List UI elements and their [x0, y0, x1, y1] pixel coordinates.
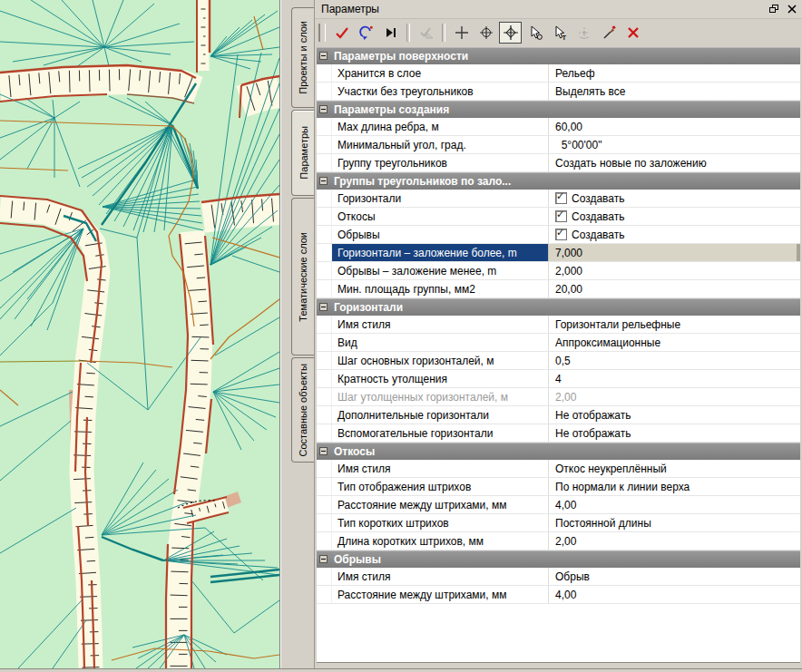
diamond-cross-icon	[503, 24, 519, 41]
section-title: Горизонтали	[334, 301, 403, 314]
tab-projects[interactable]: Проекты и слои	[291, 7, 314, 108]
param-value[interactable]: Создавать	[548, 208, 800, 225]
param-value[interactable]: 0,5	[548, 352, 800, 369]
pan-cross-button[interactable]	[450, 22, 473, 44]
collapse-icon[interactable]	[319, 177, 328, 185]
checkbox[interactable]	[555, 210, 567, 222]
param-row[interactable]: Дополнительные горизонталиНе отображать	[317, 406, 800, 424]
tab-thematic[interactable]: Тематические слои	[291, 198, 314, 355]
toolbar-grip[interactable]	[318, 24, 326, 42]
checkbox[interactable]	[555, 229, 567, 240]
param-label: Расстояние между штрихами, мм	[332, 586, 548, 603]
property-grid: Параметры поверхностиХранится в слоеРель…	[317, 47, 800, 663]
param-value[interactable]: Создавать	[548, 190, 800, 207]
float-icon[interactable]	[768, 3, 781, 15]
param-row[interactable]: Обрывы – заложение менее, m2,000	[317, 262, 800, 280]
panel-title: Параметры	[321, 3, 379, 15]
section-title: Откосы	[334, 445, 375, 458]
param-row[interactable]: Max длина ребра, м60,00	[317, 118, 800, 136]
collapse-icon[interactable]	[319, 52, 328, 60]
param-value[interactable]: 7,000	[548, 244, 800, 261]
param-value[interactable]: Обрыв	[548, 568, 800, 585]
section-header[interactable]: Параметры поверхности	[317, 47, 800, 64]
param-value[interactable]: Горизонтали рельефные	[548, 316, 800, 333]
param-value[interactable]: 2,00	[548, 532, 800, 550]
param-row[interactable]: Тип коротких штриховПостоянной длины	[317, 514, 800, 532]
param-value[interactable]: 4,00	[548, 496, 800, 513]
param-row[interactable]: Расстояние между штрихами, мм4,00	[317, 586, 800, 604]
param-value[interactable]: Выделять все	[548, 83, 800, 100]
close-icon[interactable]	[785, 3, 798, 15]
picker-button[interactable]	[597, 22, 620, 44]
capture-circle-button[interactable]	[474, 22, 497, 44]
row-gutter	[317, 406, 332, 424]
param-row[interactable]: Длина коротких штрихов, мм2,00	[317, 532, 800, 550]
param-row[interactable]: Имя стиляГоризонтали рельефные	[317, 316, 800, 334]
param-row[interactable]: Расстояние между штрихами, мм4,00	[317, 496, 800, 514]
param-value[interactable]: Рельеф	[548, 64, 800, 82]
section-header[interactable]: Параметры создания	[317, 101, 800, 118]
param-row[interactable]: ВидАппроксимационные	[317, 334, 800, 352]
section-header[interactable]: Горизонтали	[317, 298, 800, 316]
dropper-icon	[601, 24, 617, 41]
tab-composite[interactable]: Составные объекты	[291, 357, 314, 463]
section-header[interactable]: Обрывы	[317, 550, 800, 568]
param-value[interactable]: 20,00	[548, 280, 800, 297]
param-value[interactable]: Создавать	[548, 226, 800, 243]
param-label: Имя стиля	[332, 460, 548, 477]
collapse-icon[interactable]	[319, 105, 328, 113]
undo-button[interactable]	[355, 22, 377, 44]
checkbox[interactable]	[555, 192, 567, 204]
check-triangle-icon	[418, 24, 435, 41]
param-row[interactable]: Шаг утолщенных горизонталей, м2,00	[317, 388, 800, 406]
param-value[interactable]: 2,00	[548, 388, 800, 405]
param-value[interactable]: Не отображать	[548, 406, 800, 424]
param-value[interactable]: 4	[548, 370, 800, 387]
param-value[interactable]: Не отображать	[548, 424, 800, 442]
collapse-icon[interactable]	[319, 303, 328, 311]
param-row[interactable]: Кратность утолщения4	[317, 370, 800, 388]
param-row[interactable]: Участки без треугольниковВыделять все	[317, 83, 800, 101]
accept-button[interactable]	[330, 22, 353, 44]
param-row[interactable]: Имя стиляОбрыв	[317, 568, 800, 586]
param-row[interactable]: Минимальный угол, град. 5°00'00"	[317, 136, 800, 154]
credo-window: Проекты и слоиПараметрыТематические слои…	[0, 0, 802, 672]
step-button[interactable]	[379, 22, 402, 44]
param-row[interactable]: Имя стиляОткос неукреплённый	[317, 460, 800, 478]
param-label: Хранится в слое	[332, 64, 548, 82]
param-value[interactable]: По нормали к линии верха	[548, 478, 800, 495]
select-object-button[interactable]	[523, 22, 546, 44]
row-gutter	[317, 208, 332, 225]
param-value[interactable]: Постоянной длины	[548, 514, 800, 531]
capture-diamond-button[interactable]	[499, 22, 522, 44]
row-gutter	[317, 316, 332, 333]
param-value[interactable]: Аппроксимационные	[548, 334, 800, 351]
row-gutter	[317, 83, 332, 100]
param-value[interactable]: Создать новые по заложению	[548, 154, 800, 171]
param-value[interactable]: 60,00	[548, 118, 800, 135]
param-row[interactable]: ГоризонталиСоздавать	[317, 190, 800, 208]
select-text-button[interactable]: T	[548, 22, 571, 44]
tab-parameters[interactable]: Параметры	[291, 110, 315, 196]
param-row[interactable]: ОбрывыСоздавать	[317, 226, 800, 244]
param-value[interactable]: Откос неукреплённый	[548, 460, 800, 477]
collapse-icon[interactable]	[319, 555, 328, 563]
param-row[interactable]: Горизонтали – заложение более, m7,000	[317, 244, 800, 262]
param-row[interactable]: Мин. площадь группы, мм220,00	[317, 280, 800, 298]
param-label: Шаг основных горизонталей, м	[332, 352, 548, 369]
param-value[interactable]: 4,00	[548, 586, 800, 603]
cancel-button[interactable]	[621, 22, 644, 44]
param-row[interactable]: ОткосыСоздавать	[317, 208, 800, 226]
section-header[interactable]: Группы треугольников по зало...	[317, 172, 800, 190]
section-header[interactable]: Откосы	[317, 443, 800, 460]
param-value[interactable]: 5°00'00"	[548, 136, 800, 153]
param-row[interactable]: Вспомогательные горизонталиНе отображать	[317, 424, 800, 443]
collapse-icon[interactable]	[319, 447, 328, 455]
tab-label: Проекты и слои	[298, 21, 308, 94]
param-row[interactable]: Тип отображения штриховПо нормали к лини…	[317, 478, 800, 496]
map-view[interactable]	[0, 0, 280, 668]
param-row[interactable]: Шаг основных горизонталей, м0,5	[317, 352, 800, 370]
param-value[interactable]: 2,000	[548, 262, 800, 279]
param-row[interactable]: Группу треугольниковСоздать новые по зал…	[317, 154, 800, 172]
param-row[interactable]: Хранится в слоеРельеф	[317, 64, 800, 83]
